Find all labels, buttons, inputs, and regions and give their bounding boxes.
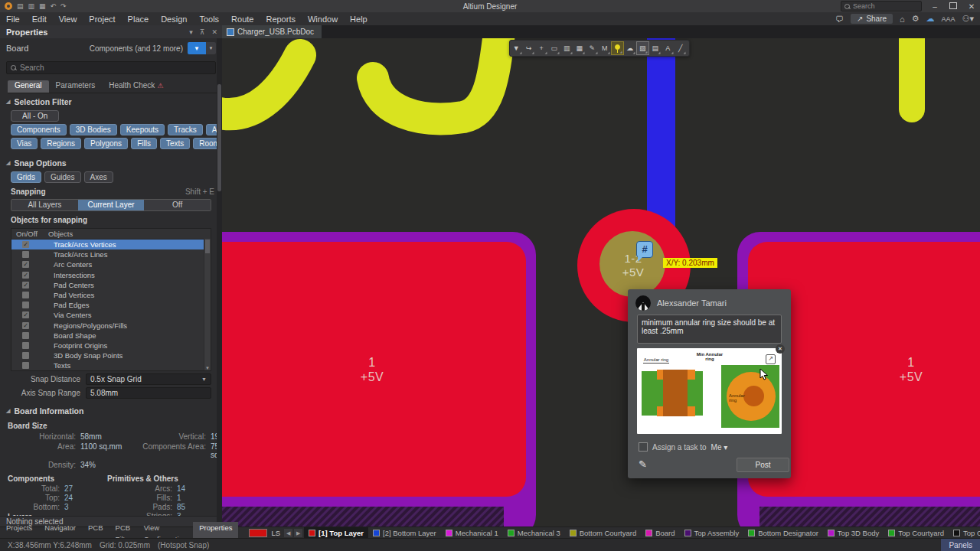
section-board-information[interactable]: ◢ Board Information xyxy=(0,399,222,417)
align-icon[interactable]: ▥ xyxy=(560,41,573,55)
layer-tab[interactable]: Top Courtyard xyxy=(884,527,949,539)
snap-object-row[interactable]: ✓Arc Centers xyxy=(11,259,211,269)
attachment-close-icon[interactable]: ✕ xyxy=(776,344,785,354)
checkbox-icon[interactable] xyxy=(22,251,29,258)
lasso-select-icon[interactable]: ↪ xyxy=(523,41,536,55)
filter-polygons[interactable]: Polygons xyxy=(84,138,128,149)
filter-scope-label[interactable]: Components (and 12 more) xyxy=(90,44,183,53)
panel-menu-icon[interactable]: ▾ xyxy=(189,28,193,36)
axis-snap-range-input[interactable]: 5.08mm xyxy=(86,387,211,399)
snap-mode-axes[interactable]: Axes xyxy=(84,171,113,183)
filter-tracks[interactable]: Tracks xyxy=(168,124,203,135)
layer-set-label[interactable]: LS xyxy=(269,529,283,537)
panel-scrollbar[interactable] xyxy=(217,38,222,527)
menu-file[interactable]: File xyxy=(0,15,26,24)
menu-reports[interactable]: Reports xyxy=(260,15,302,24)
segment-all-layers[interactable]: All Layers xyxy=(11,200,78,210)
filter-keepouts[interactable]: Keepouts xyxy=(120,124,165,135)
checkbox-checked-icon[interactable]: ✓ xyxy=(22,241,29,248)
pcb-canvas[interactable]: 1-2 +5V 1 +5V 1 +5V ▼↪+▭▥▦✎M☁▨▤A╱ # X/Y:… xyxy=(222,38,980,527)
font-size-control[interactable]: AAA xyxy=(942,15,956,23)
panel-close-icon[interactable]: ✕ xyxy=(211,28,217,36)
checkbox-checked-icon[interactable]: ✓ xyxy=(22,311,29,318)
comment-attachment-image[interactable]: Annular ring Min Annular ring Annular ri… xyxy=(637,348,782,434)
checkbox-icon[interactable] xyxy=(22,302,29,308)
snap-object-row[interactable]: Pad Edges xyxy=(11,300,211,310)
share-button[interactable]: ↗Share xyxy=(851,14,893,24)
snap-object-row[interactable]: Track/Arcs Lines xyxy=(11,249,211,259)
home-icon[interactable]: ⌂ xyxy=(900,15,905,24)
filter-icon[interactable]: ▼ xyxy=(510,41,523,55)
filter-components[interactable]: Components xyxy=(11,124,67,135)
snap-object-row[interactable]: ✓Intersections xyxy=(11,270,211,280)
objects-scrollbar[interactable]: ▼ xyxy=(204,239,211,370)
comment-marker-icon[interactable]: # xyxy=(636,241,653,258)
select-area-icon[interactable]: ▭ xyxy=(548,41,561,55)
checkbox-icon[interactable] xyxy=(22,292,29,298)
checkbox-checked-icon[interactable]: ✓ xyxy=(22,282,29,289)
post-button[interactable]: Post xyxy=(737,458,789,472)
yellow-track-left[interactable] xyxy=(222,55,300,114)
menu-project[interactable]: Project xyxy=(83,15,121,24)
document-tab[interactable]: Charger_USB.PcbDoc xyxy=(222,25,322,38)
filter-regions[interactable]: Regions xyxy=(41,138,81,149)
route-icon[interactable]: ✎ xyxy=(586,41,599,55)
snap-mode-grids[interactable]: Grids xyxy=(11,171,41,183)
global-search-box[interactable]: Search xyxy=(841,1,922,11)
assign-task-checkbox[interactable] xyxy=(639,442,648,452)
minimize-button[interactable]: – xyxy=(929,2,940,11)
checkbox-checked-icon[interactable]: ✓ xyxy=(22,261,29,268)
line-icon[interactable]: ╱ xyxy=(675,41,688,55)
checkbox-icon[interactable] xyxy=(22,352,29,359)
menu-view[interactable]: View xyxy=(53,15,83,24)
restore-button[interactable] xyxy=(948,2,959,11)
checkbox-checked-icon[interactable]: ✓ xyxy=(22,322,29,329)
layer-scroll-right-icon[interactable]: ▶ xyxy=(294,529,302,537)
snap-distance-select[interactable]: 0.5x Snap Grid ▼ xyxy=(86,373,211,385)
snap-object-row[interactable]: ✓Track/Arcs Vertices xyxy=(11,240,211,249)
comment-text-input[interactable]: minimum annular ring size should be at l… xyxy=(637,315,782,344)
attachment-expand-icon[interactable]: ↗ xyxy=(766,354,776,364)
checkbox-checked-icon[interactable]: ✓ xyxy=(22,272,29,279)
filter-vias[interactable]: Vias xyxy=(11,138,38,149)
place-pin-icon[interactable] xyxy=(611,41,624,55)
layer-scroll-left-icon[interactable]: ◀ xyxy=(284,529,292,537)
filter-fills[interactable]: Fills xyxy=(131,138,157,149)
tab-general[interactable]: General xyxy=(8,80,49,93)
filter-texts[interactable]: Texts xyxy=(160,138,190,149)
menu-edit[interactable]: Edit xyxy=(26,15,53,24)
layer-tab[interactable]: Mechanical 3 xyxy=(503,527,565,539)
comment-cloud-icon[interactable]: ☁ xyxy=(624,41,637,55)
move-icon[interactable]: + xyxy=(535,41,548,55)
snap-object-row[interactable]: Footprint Origins xyxy=(11,341,211,350)
measure-icon[interactable]: ▤ xyxy=(649,41,662,55)
all-on-button[interactable]: All - On xyxy=(11,110,59,122)
section-selection-filter[interactable]: ◢ Selection Filter xyxy=(0,93,222,108)
snap-object-row[interactable]: ✓Pad Centers xyxy=(11,280,211,290)
snap-object-row[interactable]: Board Shape xyxy=(11,331,211,341)
snap-mode-guides[interactable]: Guides xyxy=(44,171,81,183)
layer-tab[interactable]: Board xyxy=(641,527,679,539)
layer-set-swatch[interactable] xyxy=(249,529,267,537)
layer-tab[interactable]: Top 3D Body xyxy=(823,527,884,539)
comments-icon[interactable]: 🗩 xyxy=(835,15,844,24)
cloud-icon[interactable]: ☁ xyxy=(926,14,935,24)
layer-tab[interactable]: Bottom Designator xyxy=(743,527,823,539)
edit-pencil-icon[interactable]: ✎ xyxy=(639,458,647,470)
snap-object-row[interactable]: Pad Vertices xyxy=(11,290,211,300)
checkbox-icon[interactable] xyxy=(22,332,29,339)
checkbox-icon[interactable] xyxy=(22,362,29,369)
snap-object-row[interactable]: ✓Via Centers xyxy=(11,310,211,320)
region-icon[interactable]: ▨ xyxy=(636,41,649,55)
tab-parameters[interactable]: Parameters xyxy=(49,80,103,93)
assignee-dropdown[interactable]: Me ▾ xyxy=(711,443,728,452)
section-snap-options[interactable]: ◢ Snap Options xyxy=(0,149,222,169)
layer-tab[interactable]: [2] Bottom Layer xyxy=(368,527,441,539)
layer-tab[interactable]: Top Component Center xyxy=(949,527,980,539)
menu-route[interactable]: Route xyxy=(225,15,260,24)
snap-object-row[interactable]: ✓Regions/Polygons/Fills xyxy=(11,321,211,331)
layer-tab[interactable]: Bottom Courtyard xyxy=(565,527,641,539)
user-profile-icon[interactable]: ⚇▾ xyxy=(962,14,974,24)
grid-icon[interactable]: ▦ xyxy=(573,41,586,55)
settings-gear-icon[interactable]: ⚙ xyxy=(912,14,920,24)
